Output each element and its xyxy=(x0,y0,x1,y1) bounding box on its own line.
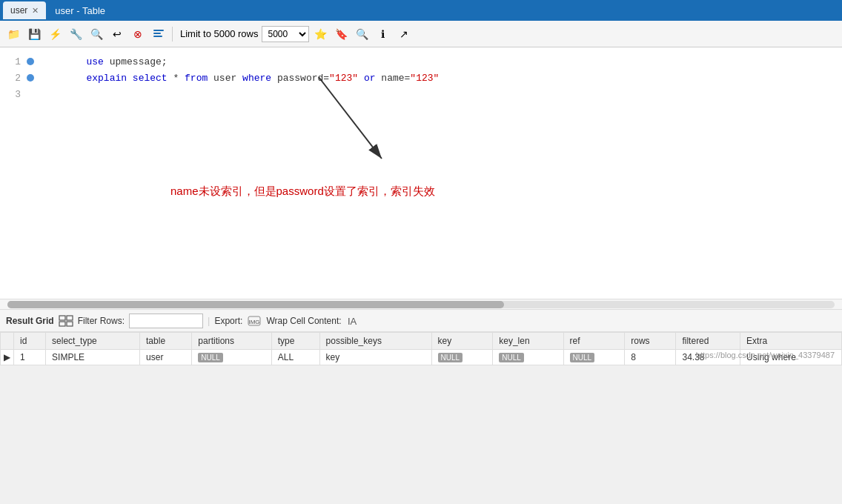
export-icon[interactable]: IMG xyxy=(247,315,262,327)
filter-rows-label: Filter Rows: xyxy=(78,316,125,326)
col-id: id xyxy=(14,333,46,350)
export-label: Export: xyxy=(214,316,242,326)
col-ref: ref xyxy=(563,333,625,350)
col-key: key xyxy=(431,333,493,350)
result-grid-label[interactable]: Result Grid xyxy=(6,316,54,326)
limit-dropdown[interactable]: 5000 1000 10000 xyxy=(262,26,309,42)
bookmark-button[interactable]: 🔖 xyxy=(333,25,351,43)
limit-select-container[interactable]: Limit to 5000 rows 5000 1000 10000 xyxy=(180,26,309,42)
export-button[interactable]: ↗ xyxy=(395,25,413,43)
undo-button[interactable]: ↩ xyxy=(108,25,126,43)
cell-table: user xyxy=(140,350,192,365)
result-table: id select_type table partitions type pos… xyxy=(0,332,842,365)
execute-button[interactable]: ⚡ xyxy=(46,25,64,43)
separator-vertical: | xyxy=(208,315,210,326)
col-rows: rows xyxy=(625,333,676,350)
result-toolbar: Result Grid Filter Rows: | Export: IMG W… xyxy=(0,310,842,332)
annotation-text: name未设索引，但是password设置了索引，索引失效 xyxy=(170,185,435,199)
cell-possible-keys: key xyxy=(319,350,431,365)
search-button[interactable]: 🔍 xyxy=(87,25,105,43)
magnify-button[interactable]: 🔍 xyxy=(354,25,371,43)
window-title: user - Table xyxy=(55,5,105,16)
col-filtered: filtered xyxy=(676,333,740,350)
star-button[interactable]: ⭐ xyxy=(312,25,330,43)
tab-user-label: user xyxy=(10,5,27,16)
wrap-icon[interactable]: IA xyxy=(346,315,359,327)
col-possible-keys: possible_keys xyxy=(319,333,431,350)
table-header-row: id select_type table partitions type pos… xyxy=(1,333,842,350)
svg-text:IA: IA xyxy=(348,316,357,327)
execute-current-button[interactable]: 🔧 xyxy=(67,25,84,43)
svg-line-4 xyxy=(319,77,382,159)
col-type: type xyxy=(271,333,319,350)
svg-rect-1 xyxy=(153,33,161,34)
format-button[interactable] xyxy=(150,25,168,43)
main-area: 1 use upmessage; 2 explain select * from… xyxy=(0,47,842,365)
cell-id: 1 xyxy=(14,350,46,365)
svg-text:IMG: IMG xyxy=(249,319,260,325)
save-button[interactable]: 💾 xyxy=(25,25,43,43)
info-button[interactable]: ℹ xyxy=(374,25,392,43)
tab-user[interactable]: user ✕ xyxy=(3,1,46,19)
svg-rect-0 xyxy=(153,30,164,31)
horizontal-scrollbar[interactable] xyxy=(0,299,842,310)
col-table: table xyxy=(140,333,192,350)
cell-select-type: SIMPLE xyxy=(46,350,140,365)
svg-rect-2 xyxy=(153,36,162,37)
tab-bar: user ✕ user - Table xyxy=(0,0,842,21)
col-partitions: partitions xyxy=(192,333,271,350)
line-dot-2 xyxy=(27,74,34,82)
svg-rect-5 xyxy=(59,316,65,320)
cell-key: NULL xyxy=(431,350,493,365)
line-num-3: 3 xyxy=(6,89,21,100)
col-extra: Extra xyxy=(740,333,842,350)
scrollbar-track xyxy=(7,301,835,308)
wrap-cell-label: Wrap Cell Content: xyxy=(266,316,341,326)
limit-label: Limit to 5000 rows xyxy=(180,28,259,39)
filter-input[interactable] xyxy=(129,314,203,328)
line-dot-1 xyxy=(27,58,34,65)
main-toolbar: 📁 💾 ⚡ 🔧 🔍 ↩ ⊗ Limit to 5000 rows 5000 10… xyxy=(0,21,842,47)
row-indicator: ▶ xyxy=(1,350,14,365)
cell-partitions: NULL xyxy=(192,350,271,365)
col-key-len: key_len xyxy=(493,333,563,350)
grid-icon xyxy=(59,315,73,327)
svg-rect-6 xyxy=(67,316,73,320)
annotation-arrow xyxy=(267,70,415,188)
code-line-2: 2 explain select * from user where passw… xyxy=(0,70,842,86)
cell-key-len: NULL xyxy=(493,350,563,365)
stop-button[interactable]: ⊗ xyxy=(129,25,147,43)
col-indicator xyxy=(1,333,14,350)
cell-type: ALL xyxy=(271,350,319,365)
svg-rect-7 xyxy=(59,322,65,326)
tab-close-icon[interactable]: ✕ xyxy=(32,6,39,16)
line-num-2: 2 xyxy=(6,73,21,84)
code-editor[interactable]: 1 use upmessage; 2 explain select * from… xyxy=(0,47,842,299)
svg-rect-8 xyxy=(67,322,73,326)
line-num-1: 1 xyxy=(6,56,21,67)
open-file-button[interactable]: 📁 xyxy=(4,25,22,43)
col-select-type: select_type xyxy=(46,333,140,350)
cell-rows: 8 xyxy=(625,350,676,365)
scrollbar-thumb[interactable] xyxy=(7,301,504,308)
separator-1 xyxy=(172,27,173,42)
cell-ref: NULL xyxy=(563,350,625,365)
watermark: https://blog.csdn.net/waixin_43379487 xyxy=(696,351,835,359)
